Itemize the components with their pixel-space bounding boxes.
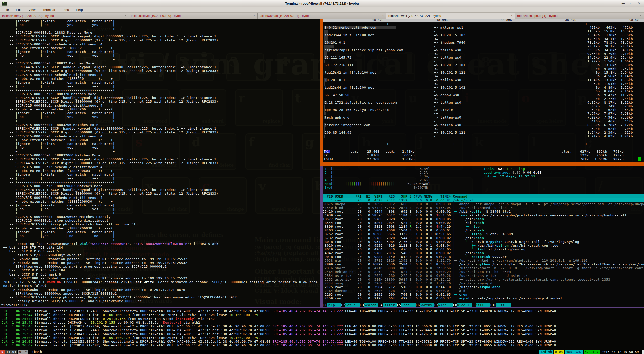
iftop-flow-rx[interactable]: <= 7.97kb 7.97kb 7.98kb [323,112,644,116]
iftop-flow-tx[interactable]: cpe-96-28-165-57.kya.res.rr.com => stevi… [323,108,644,112]
tab-close-icon[interactable]: ✕ [122,14,127,17]
process-row-pid-1[interactable]: 1 root 20 0 4328 2312 1352 S 0.0 0.0 0:0… [323,198,644,202]
iftop-flow-tx[interactable]: 840-32.members.linode.com => mklarer-ws1… [323,26,644,30]
menu-item-help[interactable]: Help [76,8,83,12]
fkey-label-f2[interactable]: Setup [345,303,360,307]
iftop-flow-rx[interactable]: <= 0b 4.56kb 1.14kb [323,74,644,78]
fkey-number-f4[interactable]: F4 [378,303,382,307]
process-row-pid-2354[interactable]: 2354 asterisk 20 0 2024 280 228 S 0.0 0.… [323,274,644,278]
minimize-button[interactable]: — [620,1,626,6]
process-row-pid-2164[interactable]: 2164 daemon 20 0 2640 128 52 S 0.0 0.0 0… [323,289,644,293]
iftop-flow-rx[interactable]: <= 12.3kb 34.1kb 12.3kb [323,37,644,41]
process-row-pid-8018[interactable]: 8018 root 20 0 9348 3984 2176 S 0.0 0.1 … [323,240,644,244]
process-row-pid-8020[interactable]: 8020 root 20 0 9356 4016 2128 S 0.0 0.1 … [323,244,644,247]
window-titlebar[interactable]: Terminal - root@firewall (74.143.73.222)… [0,0,644,7]
process-row-pid-8896[interactable]: 8896 root 20 0 5828 2008 1284 R 1.3 0.0 … [323,225,644,228]
process-row-pid-8019[interactable]: 8019 root 20 0 4264 540 476 S 0.0 0.0 0:… [323,247,644,251]
iftop-flow-rx[interactable]: <= 0b 9.86kb 2.57kb [323,67,644,71]
terminal-tab-active[interactable]: root@firewall (74.143.73.222) - byobu✕ [386,13,515,19]
fkey-number-f2[interactable]: F2 [341,303,345,307]
fkey-label-f7[interactable]: Nice - [438,303,453,307]
process-row-pid-2816[interactable]: 2816 snort 20 0 471M 38088 3888 S 0.0 6.… [323,266,644,270]
fkey-label-f8[interactable]: Nice + [457,303,472,307]
process-row-pid-8752[interactable]: 8752 root 20 0 36368 5576 3332 S 1.3 0.1… [323,232,644,236]
process-row-pid-9018[interactable]: 9018 root 20 0 9884 2140 1612 S 0.0 0.0 … [323,255,644,259]
process-row-pid-8544[interactable]: 8544 root 20 0 5804 2024 1524 S 0.0 0.0 … [323,221,644,225]
process-row-pid-31675[interactable]: 31675 dhcpd 20 0 7892 5012 1660 S 0.0 0.… [323,202,644,206]
fkey-label-f4[interactable]: Filter [383,303,397,307]
fkey-number-f10[interactable]: F10 [490,303,497,307]
fkey-number-f8[interactable]: F8 [453,303,457,307]
fkey-label-f5[interactable]: Tree [401,303,416,307]
tab-close-icon[interactable]: ✕ [509,14,513,17]
iftop-flow-tx[interactable]: 66.147.58.50 => dsnow-ws0 0b 9.47kb 11.2… [323,93,644,97]
process-row-pid-25410[interactable]: 25410 root 20 0 4644 808 692 S 0.0 0.0 0… [323,210,644,213]
pane-divider-vertical-active[interactable] [320,19,323,166]
process-row-pid-8103[interactable]: 8103 root 20 0 5804 2008 1504 S 0.0 0.0 … [323,228,644,232]
pane-divider-vertical[interactable] [320,166,323,308]
pane-asterisk-cli[interactable]: -- |ignore |exists |can match |match mor… [0,19,320,307]
process-row-pid-6732[interactable]: 6732 root 20 0 5780 2020 1544 S 0.0 0.0 … [323,236,644,240]
iftop-flow-tx[interactable]: streamerapi1.finance.vip.bf1.yahoo.com =… [323,48,644,52]
terminal-tab[interactable]: tallen@stevie (10.201.0.100) - byobu✕ [129,13,258,19]
iftop-flow-tx[interactable]: server2.integphone.com => tallen-ws0 6.0… [323,123,644,127]
iftop-flow-rx[interactable]: <= 11.5kb 15.8kb 16.5kb [323,30,644,33]
maximize-button[interactable]: □ [628,1,634,6]
iftop-flow-tx[interactable]: 10.201.0.1 => jhedges-7940 78.1kb 78.3kb… [323,41,644,45]
iftop-flow-rx[interactable]: <= 416b 467b 442b [323,120,644,123]
terminal-tab[interactable]: tallen@kmac (10.201.0.101) - byobu✕ [258,13,386,19]
fkey-number-f6[interactable]: F6 [416,303,420,307]
fkey-label-f1[interactable]: Help [327,303,341,307]
iftop-flow-rx[interactable]: <= 1.21kb 4.83kb 1.21kb [323,135,644,138]
iftop-flow-tx[interactable]: 69.172.216.111 => 10.201.2.101 0b 13.6kb… [323,63,644,67]
menu-item-edit[interactable]: Edit [16,8,21,12]
fkey-number-f3[interactable]: F3 [360,303,364,307]
process-row-pid-2353[interactable]: 2353 asterisk 20 0 310M 38800 5684 S 0.0… [323,278,644,281]
iftop-flow-rx[interactable]: <= 832b 1.04kb 1.04kb [323,82,644,86]
process-row-pid-2244[interactable]: 2244 mysql 20 0 326M 60844 8296 S 0.7 1.… [323,281,644,285]
htop-column-header[interactable]: PID USER PRI NI VIRT RES SHR S CPU% MEM%… [323,194,644,198]
menu-item-view[interactable]: View [28,8,35,12]
iftop-flow-rx[interactable]: <= 78.1kb 78.1kb 78.1kb [323,45,644,48]
iftop-flow-tx[interactable]: 209.85.144.93 => 10.201.5.121 1.64kb 2.3… [323,131,644,135]
close-button[interactable]: ✕ [636,1,642,6]
iftop-flow-tx[interactable]: iad23s44-in-f1.1e100.net => 10.201.5.102… [323,86,644,90]
iftop-flow-rx[interactable]: <= 1.22kb 1.50kb 1.66kb [323,60,644,63]
pane-syslog-tail[interactable]: Jul 1 06:25:43 firewall kernel: [123832.… [0,308,644,350]
iftop-flow-tx[interactable]: 10.201.0.1 => tallen-ws0 11.4kb 13.0kb 1… [323,78,644,82]
fkey-number-f7[interactable]: F7 [434,303,438,307]
terminal-tab[interactable]: root@tech.aph.org () - byobu✕ [515,13,644,19]
process-row-pid-31540[interactable]: 31540 bind 20 0 97424 37456 2824 S 0.0 0… [323,206,644,210]
pane-htop[interactable]: 1 [||| 3.3%]2 [|| 3.3%]3 [| 1.3%]4 [||| … [323,166,644,307]
process-row-pid-3038[interactable]: 3038 ntp 20 0 5712 1816 1392 S 0.0 0.0 1… [323,259,644,262]
iftop-flow-tx[interactable]: lga15s42-in-f14.1e100.net => 10.201.5.12… [323,71,644,75]
terminal-tab[interactable]: tallen@timmy (10.201.2.100) - byobu✕ [0,13,129,19]
iftop-flow-rx[interactable]: <= 832b 749b 738b [323,105,644,108]
iftop-flow-tx[interactable]: 65.111.165.72 => tallen-ws0 14.6kb 22.9k… [323,56,644,60]
fkey-number-f1[interactable]: F1 [323,303,327,307]
menu-item-terminal[interactable]: Terminal [43,8,55,12]
fkey-label-f3[interactable]: Search [364,303,379,307]
process-row-pid-2159[interactable]: 2159 root 20 0 2196 604 492 S 0.0 0.0 0:… [323,296,644,300]
iftop-flow-tx[interactable]: 2.18.1732.ip4.static.sl-reverse.com => t… [323,101,644,105]
tab-close-icon[interactable]: ✕ [637,14,642,17]
fkey-label-f6[interactable]: SortBy [420,303,434,307]
process-row-pid-4942[interactable]: 4942 root 20 0 5780 2016 1540 S 0.0 0.0 … [323,251,644,255]
active-pane-border[interactable] [323,162,644,166]
process-row-pid-4939[interactable]: 4939 root 20 0 58576 56512 1184 S 2.0 0.… [323,213,644,217]
menu-item-file[interactable]: File [4,8,9,12]
tab-close-icon[interactable]: ✕ [380,14,384,17]
process-row-pid-2163[interactable]: 2163 root 20 0 2052 900 700 S 0.0 0.0 0:… [323,293,644,296]
fkey-label-f10[interactable]: Quit [496,303,511,307]
process-row-pid-18577[interactable]: 18577 root 20 0 5780 2028 1552 S 0.0 0.0… [323,217,644,221]
fkey-label-f9[interactable]: Kill [476,303,490,307]
process-row-pid-2464[interactable]: 2464 Debian-ex 20 0 8252 996 624 S 0.0 0… [323,270,644,274]
fkey-number-f5[interactable]: F5 [397,303,401,307]
iftop-flow-rx[interactable]: <= 624b 624b 704b [323,127,644,131]
pane-iftop[interactable]: 10.0Mb20.0Mb30.0Mb40.0Mb50.0Mb----------… [323,19,644,162]
iftop-flow-rx[interactable]: <= 0b 2.77kb 2.44kb [323,97,644,101]
fkey-number-f9[interactable]: F9 [472,303,476,307]
menu-item-tabs[interactable]: Tabs [62,8,69,12]
iftop-flow-tx[interactable]: tech.aph.org => tallen-ws0 7.22kb 7.94kb… [323,116,644,120]
process-row-pid-2175[interactable]: 2175 root 20 0 3984 712 516 S 0.0 0.0 0:… [323,285,644,289]
